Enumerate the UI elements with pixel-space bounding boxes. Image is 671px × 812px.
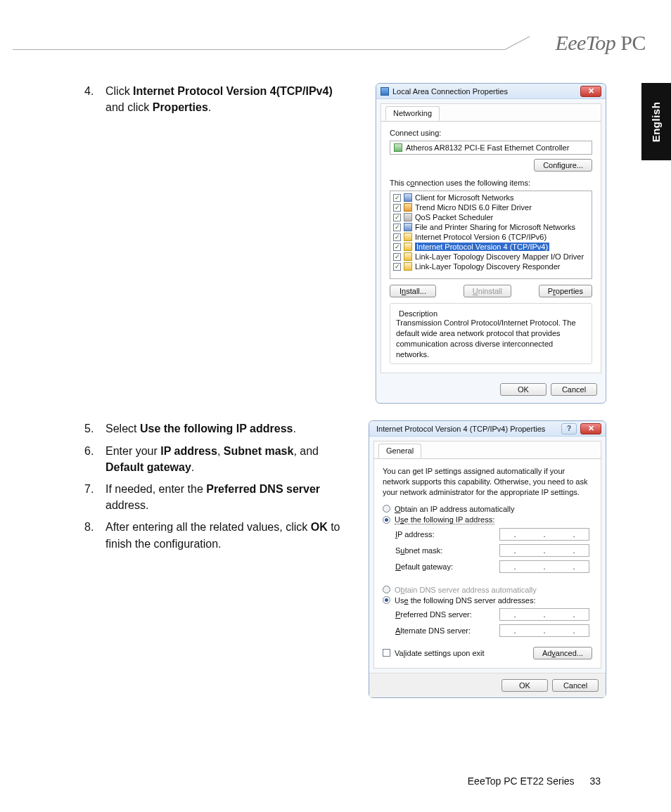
language-label: English — [651, 101, 663, 142]
header-rule-slant — [505, 36, 530, 50]
list-item: ✓Trend Micro NDIS 6.0 Filter Driver — [390, 202, 592, 212]
protocol-icon — [404, 252, 412, 261]
window-title: Internet Protocol Version 4 (TCP/IPv4) P… — [373, 425, 558, 433]
cancel-button[interactable]: Cancel — [552, 679, 599, 692]
list-item-selected: ✓Internet Protocol Version 4 (TCP/IPv4) — [390, 242, 592, 252]
ip-input[interactable]: ... — [499, 544, 589, 557]
radio-use-dns[interactable]: Use the following DNS server addresses: — [383, 596, 592, 605]
step-number: 4. — [84, 83, 106, 115]
page-content: 4. Click Internet Protocol Version 4(TCP… — [84, 83, 606, 715]
page-number: 33 — [589, 775, 601, 787]
checkbox-icon[interactable] — [383, 649, 390, 657]
radio-icon[interactable] — [383, 596, 390, 604]
items-label: This connection uses the following items… — [390, 179, 592, 187]
connect-using-label: Connect using: — [390, 129, 592, 137]
language-tab: English — [641, 83, 671, 160]
step-5: 5. Select Use the following IP address. — [84, 420, 345, 437]
radio-icon[interactable] — [383, 505, 390, 513]
tab-networking[interactable]: Networking — [385, 106, 440, 121]
items-list[interactable]: ✓Client for Microsoft Networks ✓Trend Mi… — [390, 191, 592, 279]
brand-text: EeeTop PC — [555, 31, 646, 54]
scheduler-icon — [404, 213, 412, 221]
list-item: ✓Internet Protocol Version 6 (TCP/IPv6) — [390, 232, 592, 242]
brand-logo: EeeTop PC — [555, 31, 646, 55]
close-button[interactable]: ✕ — [580, 86, 601, 97]
protocol-icon — [404, 262, 412, 271]
cancel-button[interactable]: Cancel — [551, 383, 597, 396]
tab-strip: General — [374, 442, 601, 459]
checkbox-icon[interactable]: ✓ — [393, 263, 401, 271]
ok-button[interactable]: OK — [501, 679, 548, 692]
list-item: ✓QoS Packet Scheduler — [390, 212, 592, 222]
protocol-icon — [404, 243, 412, 251]
radio-use-ip[interactable]: Use the following IP address: — [383, 515, 592, 524]
page-footer: EeeTop PC ET22 Series 33 — [468, 775, 601, 787]
radio-obtain-dns: Obtain DNS server address automatically — [383, 586, 592, 594]
series-label: EeeTop PC ET22 Series — [468, 775, 575, 787]
step-4: 4. Click Internet Protocol Version 4(TCP… — [84, 83, 345, 115]
instructions-block-1: 4. Click Internet Protocol Version 4(TCP… — [84, 83, 345, 404]
checkbox-icon[interactable]: ✓ — [393, 233, 401, 241]
dialog-lan-properties: Local Area Connection Properties ✕ Netwo… — [376, 83, 606, 404]
list-item: ✓Client for Microsoft Networks — [390, 193, 592, 202]
ok-button[interactable]: OK — [500, 383, 547, 396]
advanced-button[interactable]: Advanced... — [533, 647, 592, 659]
description-group: Description Transmission Control Protoco… — [390, 303, 592, 364]
ip-input[interactable]: ... — [499, 560, 589, 573]
list-item: ✓Link-Layer Topology Discovery Responder — [390, 262, 592, 271]
step-8: 8. After entering all the related values… — [84, 519, 345, 551]
radio-icon[interactable] — [383, 516, 390, 524]
field-subnet-mask: Subnet mask: ... — [395, 544, 592, 557]
checkbox-icon[interactable]: ✓ — [393, 194, 401, 202]
radio-icon — [383, 586, 390, 593]
instructions-block-2: 5. Select Use the following IP address. … — [84, 420, 345, 698]
description-text: Transmission Control Protocol/Internet P… — [396, 318, 586, 359]
configure-button[interactable]: Configure... — [534, 159, 592, 172]
header-rule — [13, 49, 505, 50]
window-title: Local Area Connection Properties — [392, 87, 577, 96]
tab-strip: Networking — [381, 104, 601, 122]
titlebar[interactable]: Internet Protocol Version 4 (TCP/IPv4) P… — [369, 421, 606, 437]
properties-button[interactable]: Properties — [539, 285, 592, 297]
checkbox-icon[interactable]: ✓ — [393, 204, 401, 212]
step-7: 7. If needed, enter the Preferred DNS se… — [84, 481, 345, 513]
checkbox-icon[interactable]: ✓ — [393, 253, 401, 261]
protocol-icon — [404, 233, 412, 241]
dialog-ipv4-properties: Internet Protocol Version 4 (TCP/IPv4) P… — [369, 420, 606, 698]
tab-general[interactable]: General — [378, 444, 421, 458]
field-preferred-dns: Preferred DNS server: ... — [395, 608, 592, 621]
window-icon — [381, 87, 389, 96]
checkbox-icon[interactable]: ✓ — [393, 224, 401, 231]
list-item: ✓Link-Layer Topology Discovery Mapper I/… — [390, 252, 592, 262]
dialog-footer: OK Cancel — [376, 378, 606, 403]
shield-icon — [404, 203, 412, 212]
share-icon — [404, 223, 412, 231]
uninstall-button: Uninstall — [464, 285, 511, 297]
validate-checkbox-row[interactable]: Validate settings upon exit — [383, 649, 485, 657]
description-title: Description — [396, 309, 440, 318]
close-button[interactable]: ✕ — [580, 423, 601, 434]
field-default-gateway: Default gateway: ... — [395, 560, 592, 573]
nic-name: Atheros AR8132 PCI-E Fast Ethernet Contr… — [406, 143, 569, 152]
list-item: ✓File and Printer Sharing for Microsoft … — [390, 222, 592, 232]
step-6: 6. Enter your IP address, Subnet mask, a… — [84, 443, 345, 475]
nic-icon — [394, 143, 402, 152]
ip-input[interactable]: ... — [499, 528, 589, 541]
radio-obtain-ip[interactable]: Obtain an IP address automatically — [383, 505, 592, 513]
field-alternate-dns: Alternate DNS server: ... — [395, 624, 592, 637]
install-button[interactable]: Install... — [390, 285, 436, 297]
titlebar[interactable]: Local Area Connection Properties ✕ — [376, 84, 606, 99]
checkbox-icon[interactable]: ✓ — [393, 214, 401, 221]
ip-input[interactable]: ... — [499, 608, 589, 621]
dialog-footer: OK Cancel — [369, 673, 606, 697]
field-ip-address: IP address: ... — [395, 528, 592, 541]
nic-textbox[interactable]: Atheros AR8132 PCI-E Fast Ethernet Contr… — [390, 141, 592, 155]
help-button[interactable]: ? — [561, 423, 577, 434]
checkbox-icon[interactable]: ✓ — [393, 243, 401, 251]
ip-input[interactable]: ... — [499, 624, 589, 637]
intro-note: You can get IP settings assigned automat… — [383, 466, 592, 498]
client-icon — [404, 193, 412, 202]
